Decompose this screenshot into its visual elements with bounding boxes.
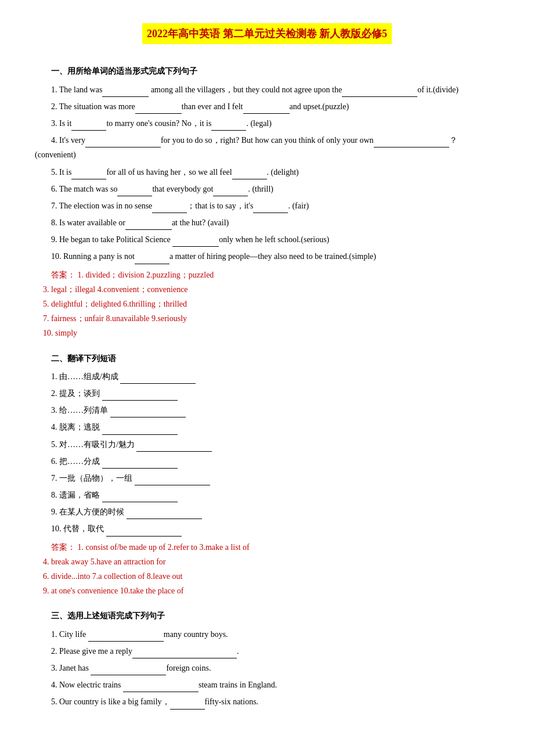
q1-3: 3. Is itto marry one's cousin? No，it is.… [35,116,499,131]
q2-7: 7. 一批（品物），一组 [35,471,499,485]
q1-9: 9. He began to take Political Science on… [35,232,499,247]
section1-title: 一、用所给单词的适当形式完成下列句子 [35,64,499,78]
q3-4: 4. Now electric trains steam trains in E… [35,678,499,692]
answer-label2: 答案： [51,543,75,552]
q3-2: 2. Please give me a reply. [35,644,499,658]
answer-label: 答案： [51,271,75,279]
q1-4: 4. It's veryfor you to do so，right? But … [35,133,499,162]
q3-5: 5. Our country is like a big family，fift… [35,694,499,709]
q1-7: 7. The election was in no sense；that is … [35,199,499,213]
q1-10: 10. Running a pany is nota matter of hir… [35,249,499,264]
q1-2: 2. The situation was morethan ever and I… [35,99,499,114]
q2-4: 4. 脱离；逃脱 [35,420,499,434]
section2-answer: 答案： 1. consist of/be made up of 2.refer … [35,540,499,599]
q2-6: 6. 把……分成 [35,454,499,469]
q1-8: 8. Is water available orat the hut? (ava… [35,215,499,230]
q3-3: 3. Janet has foreign coins. [35,661,499,675]
q2-1: 1. 由……组成/构成 [35,369,499,384]
q2-2: 2. 提及；谈到 [35,386,499,401]
q2-3: 3. 给……列清单 [35,403,499,417]
q2-8: 8. 遗漏，省略 [35,488,499,502]
section1-answer: 答案： 1. divided；division 2.puzzling；puzzl… [35,268,499,341]
page-title: 2022年高中英语 第二单元过关检测卷 新人教版必修5 [142,23,392,44]
section3-title: 三、选用上述短语完成下列句子 [35,609,499,623]
q3-1: 1. City life many country boys. [35,627,499,642]
q1-5: 5. It isfor all of us having her，so we a… [35,165,499,179]
q2-9: 9. 在某人方便的时候 [35,505,499,519]
q2-5: 5. 对……有吸引力/魅力 [35,437,499,452]
section2-title: 二、翻译下列短语 [35,351,499,366]
q1-1: 1. The land was among all the villagers，… [35,82,499,97]
q2-10: 10. 代替，取代 [35,521,499,536]
q1-6: 6. The match was sothat everybody got. (… [35,182,499,196]
